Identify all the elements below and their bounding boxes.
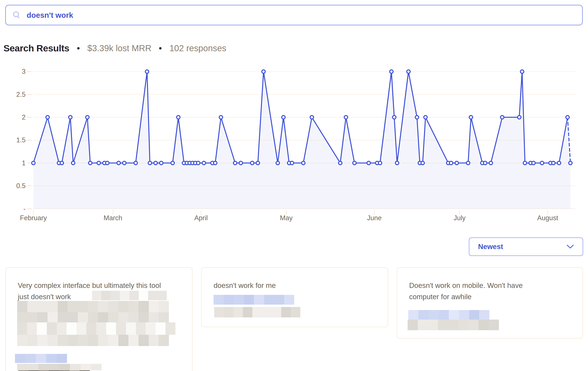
redaction-cell bbox=[96, 322, 106, 335]
data-point-marker[interactable] bbox=[415, 116, 419, 119]
data-point-marker[interactable] bbox=[569, 161, 572, 165]
data-point-marker[interactable] bbox=[219, 116, 223, 119]
data-point-marker[interactable] bbox=[421, 161, 424, 165]
redaction-cell bbox=[118, 335, 129, 346]
redaction-cell bbox=[156, 322, 166, 335]
redaction-cell bbox=[489, 320, 499, 330]
data-point-marker[interactable] bbox=[344, 116, 348, 119]
data-point-marker[interactable] bbox=[449, 161, 453, 165]
data-point-marker[interactable] bbox=[60, 161, 63, 165]
data-point-marker[interactable] bbox=[466, 161, 470, 165]
redacted-tag bbox=[214, 295, 294, 305]
redaction-cell bbox=[17, 335, 27, 346]
data-point-marker[interactable] bbox=[88, 161, 92, 165]
response-card[interactable]: Very complex interface but ultimately th… bbox=[5, 267, 192, 371]
data-point-marker[interactable] bbox=[489, 161, 493, 165]
data-point-marker[interactable] bbox=[214, 161, 217, 165]
data-point-marker[interactable] bbox=[302, 161, 305, 165]
y-axis-label: 3 bbox=[22, 68, 26, 75]
data-point-marker[interactable] bbox=[276, 161, 280, 165]
data-point-marker[interactable] bbox=[367, 161, 370, 165]
data-point-marker[interactable] bbox=[353, 161, 356, 165]
data-point-marker[interactable] bbox=[177, 116, 180, 119]
data-point-marker[interactable] bbox=[154, 161, 158, 165]
data-point-marker[interactable] bbox=[532, 161, 535, 165]
data-point-marker[interactable] bbox=[69, 116, 72, 119]
search-icon bbox=[12, 11, 21, 20]
redaction-cell bbox=[38, 364, 49, 370]
redaction-cell bbox=[27, 322, 37, 335]
y-axis-label: - bbox=[23, 205, 26, 213]
data-point-marker[interactable] bbox=[407, 70, 410, 73]
x-axis-label: April bbox=[194, 214, 208, 222]
redaction-cell bbox=[128, 312, 138, 322]
data-point-marker[interactable] bbox=[202, 161, 206, 165]
data-point-marker[interactable] bbox=[256, 161, 260, 165]
data-point-marker[interactable] bbox=[86, 116, 89, 119]
redaction-cell bbox=[138, 312, 149, 322]
redaction-cell bbox=[459, 310, 469, 320]
x-axis-label: July bbox=[453, 214, 466, 222]
data-point-marker[interactable] bbox=[97, 161, 100, 165]
data-point-marker[interactable] bbox=[233, 161, 237, 165]
redaction-cell bbox=[118, 301, 129, 312]
x-axis-label: March bbox=[104, 214, 122, 222]
redaction-cell bbox=[159, 312, 169, 322]
redaction-cell bbox=[111, 291, 120, 300]
data-point-marker[interactable] bbox=[251, 161, 254, 165]
data-point-marker[interactable] bbox=[378, 161, 382, 165]
data-point-marker[interactable] bbox=[171, 161, 174, 165]
data-point-marker[interactable] bbox=[117, 161, 120, 165]
redaction-cell bbox=[118, 312, 129, 322]
y-axis-label: 2 bbox=[22, 113, 26, 121]
data-point-marker[interactable] bbox=[196, 161, 200, 165]
data-point-marker[interactable] bbox=[483, 161, 487, 165]
data-point-marker[interactable] bbox=[310, 116, 314, 119]
data-point-marker[interactable] bbox=[32, 161, 35, 165]
response-card[interactable]: Doesn't work on mobile. Won't have compu… bbox=[397, 267, 583, 338]
redaction-cell bbox=[479, 320, 489, 330]
data-point-marker[interactable] bbox=[145, 70, 149, 73]
data-point-marker[interactable] bbox=[262, 70, 265, 73]
data-point-marker[interactable] bbox=[455, 161, 459, 165]
data-point-marker[interactable] bbox=[500, 116, 504, 119]
data-point-marker[interactable] bbox=[523, 161, 527, 165]
redaction-cell bbox=[149, 335, 159, 346]
data-point-marker[interactable] bbox=[338, 161, 342, 165]
data-point-marker[interactable] bbox=[566, 116, 569, 119]
data-point-marker[interactable] bbox=[395, 161, 399, 165]
data-point-marker[interactable] bbox=[540, 161, 544, 165]
redaction-cell bbox=[120, 291, 129, 300]
data-point-marker[interactable] bbox=[148, 161, 152, 165]
search-input[interactable] bbox=[27, 11, 576, 20]
page-title: Search Results bbox=[3, 43, 69, 54]
sort-dropdown[interactable]: Newest bbox=[469, 237, 583, 256]
data-point-marker[interactable] bbox=[46, 116, 49, 119]
data-point-marker[interactable] bbox=[557, 161, 561, 165]
data-point-marker[interactable] bbox=[290, 161, 294, 165]
data-point-marker[interactable] bbox=[520, 70, 524, 73]
results-header: Search Results $3.39k lost MRR 102 respo… bbox=[3, 41, 226, 55]
response-card[interactable]: doesn't work for me bbox=[201, 267, 388, 327]
data-point-marker[interactable] bbox=[390, 70, 393, 73]
data-point-marker[interactable] bbox=[123, 161, 126, 165]
data-point-marker[interactable] bbox=[134, 161, 137, 165]
data-point-marker[interactable] bbox=[469, 116, 473, 119]
data-point-marker[interactable] bbox=[552, 161, 555, 165]
redacted-text bbox=[92, 291, 167, 300]
data-point-marker[interactable] bbox=[159, 161, 163, 165]
redaction-cell bbox=[128, 335, 138, 346]
data-point-marker[interactable] bbox=[105, 161, 109, 165]
data-point-marker[interactable] bbox=[424, 116, 427, 119]
redaction-cell bbox=[17, 322, 27, 335]
data-point-marker[interactable] bbox=[71, 161, 75, 165]
data-point-marker[interactable] bbox=[517, 116, 521, 119]
redaction-cell bbox=[37, 335, 47, 346]
data-point-marker[interactable] bbox=[392, 116, 396, 119]
data-point-marker[interactable] bbox=[282, 116, 285, 119]
redaction-cell bbox=[274, 295, 284, 305]
redaction-cell bbox=[17, 312, 27, 322]
redaction-cell bbox=[264, 295, 274, 305]
redaction-cell bbox=[438, 320, 448, 330]
data-point-marker[interactable] bbox=[239, 161, 243, 165]
